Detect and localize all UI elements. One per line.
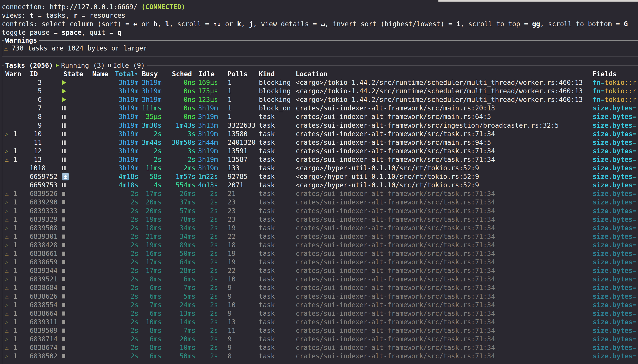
table-row[interactable]: ⚠168395092s8ms7ms2s11taskcrates/sui-inde… bbox=[0, 326, 638, 335]
idle-state-icon bbox=[62, 124, 66, 128]
table-row[interactable]: 73h19m111ms0ns3h19m1block_oncrates/sui-i… bbox=[0, 104, 638, 112]
table-row[interactable]: 83h19m35µs0ns3h19m1taskcrates/sui-indexe… bbox=[0, 112, 638, 121]
table-row[interactable]: ⚠168395212s8ms6ms2s10taskcrates/sui-inde… bbox=[0, 275, 638, 284]
table-row[interactable]: ⚠168392902s20ms37ms2s23taskcrates/sui-in… bbox=[0, 198, 638, 206]
table-row[interactable]: ⚠1133h19m2s2s3h19m13587taskcrates/sui-in… bbox=[0, 155, 638, 164]
warn-count: 1 bbox=[13, 301, 17, 309]
table-row[interactable]: ⚠1103h19m2s3s3h19m13580taskcrates/sui-in… bbox=[0, 130, 638, 138]
task-location: crates/sui-indexer-alt-framework/src/tas… bbox=[296, 155, 495, 164]
task-kind: task bbox=[259, 266, 275, 275]
task-location: crates/sui-indexer-alt-framework/src/tas… bbox=[296, 232, 495, 241]
table-row[interactable]: 93h19m3m30s1m43s3h13m3322633taskcrates/s… bbox=[0, 121, 638, 130]
table-row[interactable]: ⚠168385542s7ms24ms2s10taskcrates/sui-ind… bbox=[0, 301, 638, 309]
task-location: <cargo>/tokio-1.44.2/src/runtime/schedul… bbox=[296, 87, 583, 96]
table-row[interactable]: ⚠168387142s6ms20ms2s9taskcrates/sui-inde… bbox=[0, 335, 638, 343]
field-key: size.bytes bbox=[593, 147, 632, 155]
controls-segment: , scroll to top = bbox=[460, 20, 532, 28]
task-fields: size.bytes= bbox=[593, 181, 636, 190]
task-fields: fn=tokio::r bbox=[593, 78, 636, 87]
idle-duration: 2h44m bbox=[191, 138, 218, 147]
column-header-location[interactable]: Location bbox=[296, 70, 328, 78]
field-key: size.bytes bbox=[593, 344, 632, 352]
idle-duration: 2s bbox=[191, 335, 218, 343]
polls-count: 13587 bbox=[228, 155, 248, 164]
controls-segment: gg bbox=[532, 20, 540, 28]
task-id: 6839521 bbox=[30, 275, 58, 284]
connection-prefix: connection: bbox=[2, 3, 50, 11]
task-fields: size.bytes= bbox=[593, 232, 636, 241]
busy-duration: 16ms bbox=[135, 249, 162, 258]
column-header-total[interactable]: Total bbox=[115, 70, 135, 78]
controls-segment: i bbox=[456, 20, 460, 28]
polls-count: 19 bbox=[228, 224, 236, 232]
column-header-id[interactable]: ID bbox=[30, 70, 38, 78]
table-row[interactable]: 63h19m3h19m0ns123µs1blocking<cargo>/toki… bbox=[0, 96, 638, 104]
polls-count: 18 bbox=[228, 241, 236, 249]
table-row[interactable]: ⚠168386742s8ms10ms2s9taskcrates/sui-inde… bbox=[0, 343, 638, 352]
table-row[interactable]: ⚠168386592s17ms64ms2s19taskcrates/sui-in… bbox=[0, 258, 638, 266]
table-row[interactable]: ⚠168384282s19ms89ms2s18taskcrates/sui-in… bbox=[0, 241, 638, 249]
table-row[interactable]: ⚠168395262s17ms26ms2s21taskcrates/sui-in… bbox=[0, 190, 638, 198]
warn-count: 1 bbox=[13, 318, 17, 326]
task-fields: size.bytes= bbox=[593, 198, 636, 206]
table-row[interactable]: ⚠168393112s10ms14ms2s13taskcrates/sui-in… bbox=[0, 318, 638, 326]
idle-state-icon bbox=[62, 166, 66, 170]
table-row[interactable]: ⚠168395082s18ms34ms2s19taskcrates/sui-in… bbox=[0, 224, 638, 232]
busy-duration: 8ms bbox=[135, 343, 162, 352]
task-kind: task bbox=[259, 181, 275, 190]
task-id: 11 bbox=[34, 138, 42, 147]
column-header-name[interactable]: Name bbox=[92, 70, 108, 78]
task-kind: task bbox=[259, 215, 275, 224]
controls-segment: ↔ bbox=[133, 20, 138, 28]
table-row[interactable]: ⚠168386612s16ms50ms2s19taskcrates/sui-in… bbox=[0, 249, 638, 258]
field-equals: = bbox=[632, 310, 637, 317]
task-kind: task bbox=[259, 112, 275, 121]
table-row[interactable]: ⚠168385022s6ms50ms2s8taskcrates/sui-inde… bbox=[0, 352, 638, 360]
task-id: 6 bbox=[38, 96, 42, 104]
polls-count: 19 bbox=[228, 249, 236, 258]
polls-count: 9 bbox=[228, 309, 232, 318]
table-row[interactable]: ⚠168393332s20ms57ms2s23taskcrates/sui-in… bbox=[0, 207, 638, 215]
table-row[interactable]: ⚠1123h19m2s3s3h19m13591taskcrates/sui-in… bbox=[0, 147, 638, 155]
table-row[interactable]: ⚠168386262s6ms5ms2s9taskcrates/sui-index… bbox=[0, 292, 638, 301]
task-kind: task bbox=[259, 207, 275, 215]
warn-count: 1 bbox=[13, 275, 17, 284]
field-equals: = bbox=[632, 147, 637, 155]
column-header-kind[interactable]: Kind bbox=[259, 70, 275, 78]
warn-count: 1 bbox=[13, 147, 17, 155]
column-header-warn[interactable]: Warn bbox=[6, 70, 21, 78]
task-location: crates/sui-indexer-alt-framework/src/mai… bbox=[296, 104, 495, 112]
task-kind: task bbox=[259, 164, 275, 172]
table-row[interactable]: ⚠168393292s19ms78ms2s23taskcrates/sui-in… bbox=[0, 215, 638, 224]
column-header-fields[interactable]: Fields bbox=[593, 70, 617, 78]
table-row[interactable]: 113h19m3m44s30m50s2h44m2401320taskcrates… bbox=[0, 138, 638, 147]
table-row[interactable]: ⚠168386642s6ms13ms2s9taskcrates/sui-inde… bbox=[0, 309, 638, 318]
task-id: 3 bbox=[38, 78, 42, 87]
table-row[interactable]: 66597534m18s4s554ms4m13s2071task<cargo>/… bbox=[0, 181, 638, 190]
completed-state-icon bbox=[62, 252, 65, 256]
column-header-state[interactable]: State bbox=[63, 70, 83, 78]
table-row[interactable]: 53h19m3h19m0ns175µs1blocking<cargo>/toki… bbox=[0, 87, 638, 96]
table-row[interactable]: 10183h19m11ms2ms3h19m133task<cargo>/hype… bbox=[0, 164, 638, 172]
task-id: 6839329 bbox=[30, 215, 58, 224]
table-row[interactable]: ⚠168386842s6ms7ms2s9taskcrates/sui-index… bbox=[0, 284, 638, 292]
table-row[interactable]: ⚠168393012s21ms34ms2s22taskcrates/sui-in… bbox=[0, 232, 638, 241]
column-header-busy[interactable]: Busy bbox=[142, 70, 158, 78]
task-warning-icon: ⚠ bbox=[5, 266, 8, 275]
controls-segment: ↵ bbox=[321, 20, 325, 28]
completed-state-icon bbox=[62, 218, 65, 222]
column-header-sched[interactable]: Sched bbox=[172, 70, 192, 78]
task-location: crates/sui-indexer-alt-framework/src/tas… bbox=[296, 284, 495, 292]
task-id: 6659752 bbox=[30, 172, 58, 181]
idle-duration: 2s bbox=[191, 232, 218, 241]
table-row[interactable]: 33h19m3h19m0ns169µs1blocking<cargo>/toki… bbox=[0, 78, 638, 87]
warn-count: 1 bbox=[13, 207, 17, 215]
column-header-idle[interactable]: Idle bbox=[199, 70, 214, 78]
task-id: 10 bbox=[34, 130, 42, 138]
table-row[interactable]: 66597524m18s58s1m57s1m22s92785task<cargo… bbox=[0, 172, 638, 181]
field-equals: = bbox=[632, 216, 637, 223]
busy-duration: 2s bbox=[135, 155, 162, 164]
busy-duration: 6ms bbox=[135, 309, 162, 318]
table-row[interactable]: ⚠168393442s17ms28ms2s22taskcrates/sui-in… bbox=[0, 266, 638, 275]
column-header-polls[interactable]: Polls bbox=[228, 70, 248, 78]
